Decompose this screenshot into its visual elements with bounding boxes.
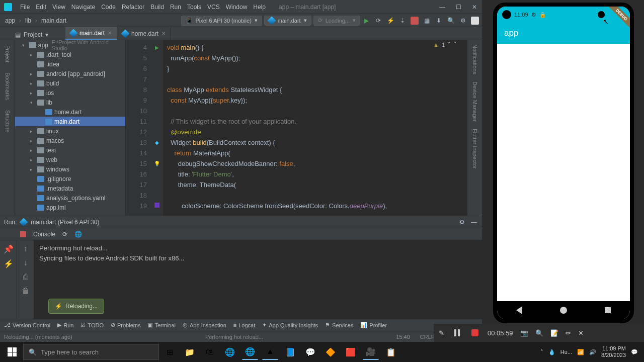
- avd-button[interactable]: ▦: [423, 17, 431, 25]
- tree-item[interactable]: .idea: [15, 59, 125, 69]
- menu-build[interactable]: Build: [147, 4, 167, 11]
- down-icon[interactable]: ↓: [24, 258, 28, 267]
- code-editor[interactable]: 45678910111213141516171819 ▶◆💡 void main…: [126, 40, 467, 216]
- menu-edit[interactable]: Edit: [33, 4, 49, 11]
- tree-item[interactable]: ▸build: [15, 78, 125, 88]
- tab-version-control[interactable]: ⎇ Version Control: [4, 322, 50, 328]
- tree-item[interactable]: ▸.dart_tool: [15, 50, 125, 59]
- tree-item[interactable]: analysis_options.yaml: [15, 193, 125, 203]
- hot-reload-button[interactable]: ⚡: [386, 17, 394, 25]
- breadcrumb-root[interactable]: app: [3, 17, 17, 24]
- tree-item[interactable]: ▸test: [15, 145, 125, 155]
- devtools-icon[interactable]: 🌐: [74, 231, 82, 238]
- home-button[interactable]: [560, 307, 567, 314]
- breadcrumb-folder[interactable]: lib: [23, 17, 33, 24]
- whatsapp-icon[interactable]: 💬: [302, 344, 318, 360]
- trash-icon[interactable]: 🗑: [22, 287, 30, 296]
- tab-app-quality[interactable]: ✦ App Quality Insights: [262, 322, 318, 328]
- tab-home-dart[interactable]: home.dart✕: [117, 27, 171, 40]
- tree-item[interactable]: app.iml: [15, 203, 125, 212]
- tab-problems[interactable]: ⊘ Problems: [111, 322, 140, 328]
- close-button[interactable]: ✕: [471, 4, 478, 11]
- menu-vcs[interactable]: VCS: [204, 4, 223, 11]
- pencil-icon[interactable]: ✎: [439, 329, 444, 337]
- menu-window[interactable]: Window: [223, 4, 251, 11]
- tree-item[interactable]: ▸web: [15, 155, 125, 164]
- run-config-selector[interactable]: main.dart ▾: [264, 16, 311, 26]
- up-icon[interactable]: ↑: [24, 244, 28, 253]
- side-tab-structure[interactable]: Structure: [5, 110, 11, 133]
- menu-help[interactable]: Help: [250, 4, 269, 11]
- explorer-icon[interactable]: 📁: [182, 344, 198, 360]
- notes-icon[interactable]: 📝: [550, 329, 558, 337]
- tree-item[interactable]: ▸android [app_android]: [15, 69, 125, 78]
- device-selector[interactable]: 📱 Pixel 6 API 30 (mobile) ▾: [181, 16, 262, 26]
- settings-icon[interactable]: ⚙: [458, 218, 466, 226]
- side-tab-bookmarks[interactable]: Bookmarks: [5, 72, 11, 100]
- app-icon-2[interactable]: 🟥: [343, 344, 359, 360]
- tree-item[interactable]: ▸windows: [15, 164, 125, 174]
- taskbar-clock[interactable]: 11:09 PM 8/20/2023: [601, 345, 626, 358]
- breadcrumb-file[interactable]: main.dart: [39, 17, 68, 24]
- sdk-button[interactable]: ⬇: [435, 17, 443, 25]
- app-icon-3[interactable]: 📋: [383, 344, 399, 360]
- edit-icon[interactable]: ✏: [566, 329, 571, 337]
- tree-item[interactable]: ▸ios: [15, 88, 125, 98]
- chrome-canary-icon[interactable]: 🌐: [242, 344, 258, 360]
- tab-profiler[interactable]: 📊 Profiler: [360, 322, 387, 328]
- menu-tools[interactable]: Tools: [184, 4, 204, 11]
- back-button[interactable]: [516, 306, 522, 314]
- attach-button[interactable]: ⇣: [398, 17, 407, 25]
- chevron-up-icon[interactable]: ˄: [540, 349, 543, 355]
- vscode-icon[interactable]: 📘: [282, 344, 298, 360]
- tree-item[interactable]: ▸macos: [15, 136, 125, 145]
- settings-icon[interactable]: ⚙: [459, 17, 467, 25]
- refresh-icon[interactable]: ⟳: [62, 231, 67, 238]
- overview-button[interactable]: [605, 307, 611, 313]
- tree-item[interactable]: .gitignore: [15, 174, 125, 184]
- debug-button[interactable]: ⟳: [374, 17, 382, 25]
- pin-icon[interactable]: 📌: [4, 244, 14, 254]
- tab-todo[interactable]: ☑ TODO: [80, 322, 104, 328]
- menu-code[interactable]: Code: [98, 4, 119, 11]
- tab-main-dart[interactable]: main.dart✕: [65, 27, 117, 40]
- inspection-widget[interactable]: ▲ 1 ˄ ˅: [433, 41, 457, 48]
- taskbar-search[interactable]: 🔍 Type here to search: [23, 344, 159, 360]
- start-button[interactable]: [2, 342, 22, 362]
- menu-navigate[interactable]: Navigate: [68, 4, 98, 11]
- side-tab-device-manager[interactable]: Device Manager: [472, 81, 478, 122]
- recorder-icon[interactable]: 🎥: [363, 344, 379, 360]
- tree-item[interactable]: ▾lib: [15, 98, 125, 107]
- pause-button[interactable]: [451, 327, 462, 338]
- side-tab-notifications[interactable]: Notifications: [472, 44, 478, 74]
- menu-view[interactable]: View: [49, 4, 68, 11]
- project-tool-label[interactable]: ▤ Project ▾: [15, 28, 48, 41]
- tab-logcat[interactable]: ≡ Logcat: [233, 322, 255, 328]
- stop-button[interactable]: [411, 17, 419, 25]
- chrome-icon[interactable]: 🌐: [222, 344, 238, 360]
- tab-terminal[interactable]: ▣ Terminal: [147, 322, 176, 328]
- console-output[interactable]: Performing hot reload... Syncing files t…: [34, 240, 482, 319]
- menu-refactor[interactable]: Refactor: [119, 4, 147, 11]
- avatar-icon[interactable]: [471, 17, 479, 25]
- maximize-button[interactable]: ☐: [455, 4, 462, 11]
- side-tab-project[interactable]: Project: [5, 45, 11, 62]
- tree-item[interactable]: ▾appE:\Project With Android Studio: [15, 40, 125, 50]
- run-button[interactable]: ▶: [362, 17, 370, 25]
- tree-item[interactable]: ▸linux: [15, 126, 125, 136]
- search-icon[interactable]: 🔍: [447, 17, 455, 25]
- android-studio-icon[interactable]: ▲: [262, 344, 278, 360]
- app-icon[interactable]: 🔶: [323, 344, 339, 360]
- console-tab[interactable]: Console: [33, 231, 55, 238]
- bolt-icon[interactable]: ⚡: [4, 259, 14, 268]
- tab-app-inspection[interactable]: ◎ App Inspection: [183, 322, 226, 328]
- store-icon[interactable]: 🛍: [202, 344, 218, 360]
- system-tray[interactable]: ˄ 💧 Hu... 📶 🔊 11:09 PM 8/20/2023 💬: [540, 345, 642, 358]
- tab-services[interactable]: ⚑ Services: [325, 322, 353, 328]
- close-icon[interactable]: ✕: [108, 30, 112, 36]
- minimize-button[interactable]: —: [439, 4, 446, 11]
- menu-run[interactable]: Run: [167, 4, 184, 11]
- notifications-icon[interactable]: 💬: [631, 349, 638, 355]
- stop-icon[interactable]: [20, 231, 26, 237]
- search-icon[interactable]: 🔍: [535, 329, 543, 337]
